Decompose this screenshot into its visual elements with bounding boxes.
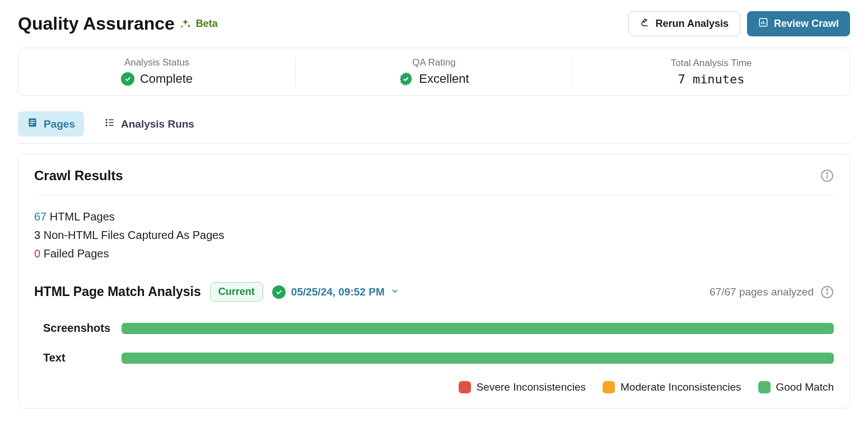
legend-severe-label: Severe Inconsistencies	[477, 381, 586, 393]
divider	[18, 143, 850, 144]
rerun-label: Rerun Analysis	[656, 18, 729, 30]
analysis-time-value: 7 minutes	[678, 72, 744, 86]
analysis-status-value-row: Complete	[121, 72, 193, 86]
swatch-severe-icon	[459, 381, 471, 393]
legend-good: Good Match	[758, 381, 834, 393]
chart-icon	[758, 17, 768, 30]
qa-rating-label: QA Rating	[412, 57, 456, 68]
status-rating: QA Rating Excellent	[296, 57, 573, 86]
nonhtml-label: Non-HTML Files Captured As Pages	[40, 229, 224, 241]
page-title: Quality Assurance	[18, 13, 175, 34]
screenshots-label: Screenshots	[43, 322, 110, 335]
chevron-down-icon	[390, 286, 399, 298]
tabs: Pages Analysis Runs	[18, 111, 850, 137]
current-pill: Current	[210, 282, 263, 302]
legend-severe: Severe Inconsistencies	[459, 381, 586, 393]
nonhtml-count: 3	[34, 229, 40, 241]
pages-icon	[27, 117, 38, 131]
info-icon[interactable]	[820, 169, 834, 182]
failed-label: Failed Pages	[40, 247, 109, 260]
tab-analysis-runs[interactable]: Analysis Runs	[95, 111, 203, 137]
match-bars: Screenshots Text Severe Inconsistencies …	[34, 322, 834, 393]
status-card: Analysis Status Complete QA Rating Excel…	[18, 48, 850, 96]
analyzed-text: 67/67 pages analyzed	[710, 286, 814, 298]
analyzed-count: 67/67 pages analyzed	[710, 285, 834, 299]
nonhtml-row: 3 Non-HTML Files Captured As Pages	[34, 226, 834, 245]
header-actions: Rerun Analysis Review Crawl	[628, 11, 850, 36]
screenshots-bar-row: Screenshots	[43, 322, 834, 335]
svg-point-7	[106, 125, 107, 126]
crawl-stats: 67 HTML Pages 3 Non-HTML Files Captured …	[34, 208, 834, 263]
tab-pages[interactable]: Pages	[18, 111, 84, 137]
screenshots-bar	[122, 323, 834, 334]
review-crawl-button[interactable]: Review Crawl	[747, 11, 850, 36]
check-circle-icon	[121, 72, 134, 86]
microscope-icon	[640, 17, 650, 30]
swatch-good-icon	[758, 381, 771, 393]
svg-point-13	[827, 173, 828, 174]
svg-rect-4	[30, 124, 33, 125]
qa-rating-value-row: Excellent	[399, 72, 469, 86]
status-analysis: Analysis Status Complete	[18, 57, 296, 86]
title-group: Quality Assurance Beta	[18, 13, 218, 34]
failed-row: 0 Failed Pages	[34, 245, 834, 263]
legend-good-label: Good Match	[776, 381, 834, 393]
analysis-time-label: Total Analysis Time	[671, 58, 752, 69]
analysis-status-value: Complete	[140, 72, 193, 86]
status-time: Total Analysis Time 7 minutes	[573, 57, 850, 86]
text-label: Text	[43, 351, 110, 364]
panel-head: Crawl Results	[34, 168, 834, 195]
analysis-status-label: Analysis Status	[124, 57, 189, 68]
tab-pages-label: Pages	[44, 118, 75, 130]
swatch-moderate-icon	[603, 381, 615, 393]
legend-moderate-label: Moderate Inconsistencies	[620, 381, 741, 393]
text-bar	[122, 353, 834, 364]
seal-check-icon	[399, 72, 413, 86]
info-icon[interactable]	[820, 285, 834, 299]
crawl-results-panel: Crawl Results 67 HTML Pages 3 Non-HTML F…	[18, 154, 850, 409]
html-pages-label: HTML Pages	[46, 210, 115, 223]
svg-point-5	[106, 119, 107, 120]
svg-point-6	[106, 122, 107, 123]
html-pages-row: 67 HTML Pages	[34, 208, 834, 226]
crawl-results-title: Crawl Results	[34, 168, 123, 184]
rerun-analysis-button[interactable]: Rerun Analysis	[628, 11, 740, 36]
check-circle-icon	[272, 285, 286, 299]
svg-rect-3	[30, 122, 35, 123]
page-header: Quality Assurance Beta Rerun Analysis Re…	[18, 11, 850, 36]
timestamp-dropdown[interactable]: 05/25/24, 09:52 PM	[272, 285, 399, 299]
legend: Severe Inconsistencies Moderate Inconsis…	[43, 381, 834, 393]
review-label: Review Crawl	[774, 18, 839, 30]
match-analysis-row: HTML Page Match Analysis Current 05/25/2…	[34, 282, 834, 302]
tab-runs-label: Analysis Runs	[121, 118, 194, 130]
svg-rect-2	[30, 120, 35, 121]
sparkle-icon	[179, 18, 192, 30]
list-icon	[104, 117, 115, 131]
match-analysis-title: HTML Page Match Analysis	[34, 284, 201, 299]
text-bar-row: Text	[43, 351, 834, 364]
legend-moderate: Moderate Inconsistencies	[603, 381, 741, 393]
failed-count: 0	[34, 247, 40, 260]
qa-rating-value: Excellent	[419, 72, 469, 86]
beta-badge: Beta	[196, 18, 218, 30]
timestamp-text: 05/25/24, 09:52 PM	[291, 286, 385, 298]
svg-point-16	[827, 289, 828, 290]
html-pages-count[interactable]: 67	[34, 210, 46, 223]
